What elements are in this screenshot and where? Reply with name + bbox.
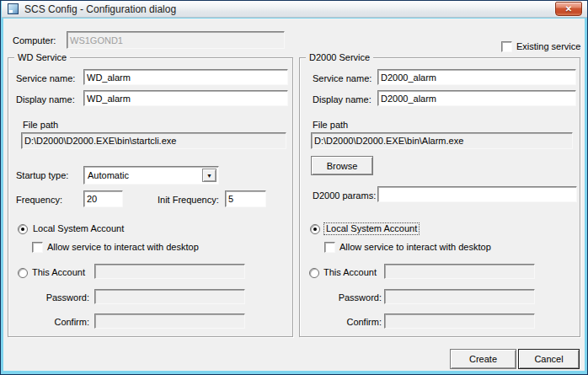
wd-frequency-label: Frequency: — [16, 195, 62, 206]
d2000-this-account-input[interactable] — [384, 264, 535, 279]
wd-this-account-input[interactable] — [94, 264, 245, 279]
wd-display-name-label: Display name: — [16, 94, 75, 105]
wd-interact-desktop-label: Allow service to interact with desktop — [47, 242, 199, 253]
browse-button[interactable]: Browse — [311, 156, 373, 175]
computer-label: Computer: — [13, 35, 56, 46]
wd-service-name-input[interactable] — [83, 69, 288, 85]
d2000-password-label: Password: — [335, 292, 382, 303]
d2000-interact-desktop-checkbox[interactable] — [324, 242, 335, 253]
d2000-interact-desktop-label: Allow service to interact with desktop — [339, 242, 491, 253]
d2000-this-account-radio[interactable] — [309, 268, 319, 278]
d2000-service-group-title: D2000 Service — [306, 52, 373, 63]
wd-display-name-input[interactable] — [83, 90, 288, 106]
wd-confirm-label: Confirm: — [43, 317, 89, 328]
wd-password-label: Password: — [43, 292, 89, 303]
wd-startup-type-value: Automatic — [88, 170, 129, 180]
scs-config-dialog: SCS Config - Configuration dialog ✕ Comp… — [0, 0, 588, 375]
existing-service-checkbox[interactable] — [501, 41, 512, 52]
wd-local-system-account-label: Local System Account — [33, 223, 124, 234]
cancel-button[interactable]: Cancel — [518, 349, 580, 369]
wd-startup-type-label: Startup type: — [16, 170, 68, 181]
wd-service-group-title: WD Service — [14, 52, 70, 63]
wd-file-path-label: File path — [23, 120, 58, 131]
d2000-params-input[interactable] — [377, 186, 577, 202]
wd-file-path-field: D:\D2000\D2000.EXE\bin\startcli.exe — [21, 132, 286, 149]
d2000-params-label: D2000 params: — [313, 190, 376, 201]
wd-startup-type-select[interactable]: Automatic ▼ — [83, 166, 219, 185]
d2000-file-path-field: D:\D2000\D2000.EXE\bin\Alarm.exe — [311, 132, 573, 149]
d2000-service-name-label: Service name: — [313, 73, 372, 84]
wd-interact-desktop-checkbox[interactable] — [32, 242, 43, 253]
wd-service-name-label: Service name: — [16, 73, 75, 84]
wd-this-account-radio[interactable] — [18, 268, 28, 278]
d2000-file-path-label: File path — [313, 120, 348, 131]
d2000-local-system-account-radio[interactable] — [310, 224, 320, 234]
app-window-icon — [8, 3, 19, 14]
chevron-down-icon[interactable]: ▼ — [202, 169, 216, 182]
wd-frequency-input[interactable] — [83, 190, 123, 207]
wd-local-system-account-radio[interactable] — [18, 224, 28, 234]
computer-field: WS1GOND1 — [67, 31, 285, 49]
d2000-confirm-input[interactable] — [384, 313, 535, 329]
d2000-service-name-input[interactable] — [377, 69, 576, 85]
d2000-this-account-label: This Account — [323, 267, 377, 278]
d2000-password-input[interactable] — [384, 289, 535, 304]
wd-confirm-input[interactable] — [94, 313, 245, 329]
create-button[interactable]: Create — [450, 349, 516, 369]
d2000-display-name-label: Display name: — [313, 94, 372, 105]
close-icon[interactable]: ✕ — [555, 2, 582, 16]
window-title: SCS Config - Configuration dialog — [24, 3, 176, 15]
d2000-display-name-input[interactable] — [377, 90, 576, 106]
existing-service-label: Existing service — [516, 41, 580, 52]
d2000-local-system-account-label: Local System Account — [324, 223, 419, 234]
wd-password-input[interactable] — [94, 289, 245, 304]
wd-init-frequency-label: Init Frequency: — [158, 195, 219, 206]
title-bar[interactable]: SCS Config - Configuration dialog ✕ — [2, 1, 587, 18]
d2000-confirm-label: Confirm: — [335, 317, 382, 328]
wd-this-account-label: This Account — [32, 267, 85, 278]
wd-init-frequency-input[interactable] — [225, 190, 266, 207]
